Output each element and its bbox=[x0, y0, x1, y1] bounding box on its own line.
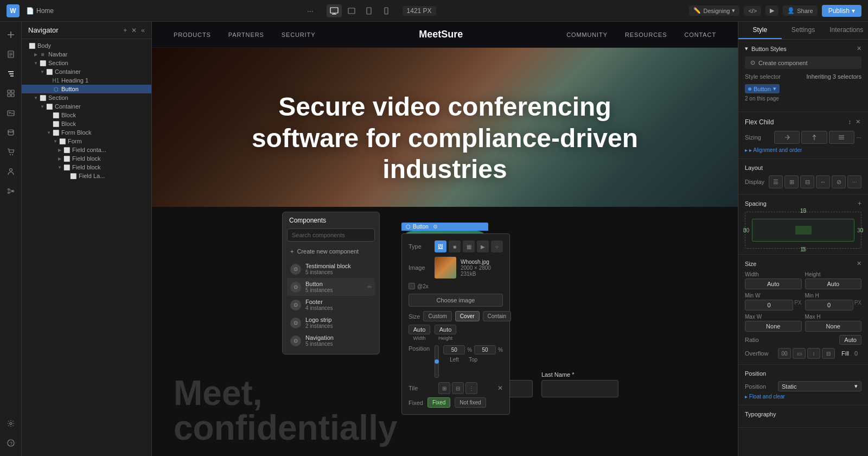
tree-item-fieldlabel[interactable]: ⬜ Field La... bbox=[22, 172, 151, 180]
sizing-more-btn[interactable]: ··· bbox=[857, 134, 861, 141]
close-navigator-btn[interactable]: ✕ bbox=[131, 27, 137, 34]
comp-item-footer[interactable]: ⊙ Footer 4 instances bbox=[287, 296, 375, 314]
collapse-navigator-btn[interactable]: « bbox=[141, 27, 145, 34]
width-field-value[interactable]: Auto bbox=[745, 278, 802, 289]
type-video-btn[interactable]: ▶ bbox=[477, 240, 489, 252]
float-clear-link[interactable]: ▸ Float and clear bbox=[745, 394, 861, 400]
more-options-btn[interactable]: ··· bbox=[307, 7, 314, 15]
sizing-order-btn[interactable] bbox=[829, 131, 854, 144]
ratio-value[interactable]: Auto bbox=[839, 335, 861, 345]
display-none-btn[interactable]: ⊘ bbox=[832, 175, 846, 188]
create-component-btn[interactable]: + Create new component bbox=[287, 246, 375, 257]
fc-collapse-btn[interactable]: ↕ bbox=[847, 117, 853, 126]
display-block-btn[interactable]: ☰ bbox=[769, 175, 783, 188]
not-fixed-btn[interactable]: Not fixed bbox=[455, 397, 486, 408]
tablet-landscape-view-btn[interactable] bbox=[344, 4, 359, 17]
padding-top-value[interactable]: 15 bbox=[800, 208, 806, 214]
settings-btn[interactable] bbox=[2, 415, 20, 432]
size-cover-btn[interactable]: Cover bbox=[455, 311, 480, 321]
type-image-btn[interactable]: 🖼 bbox=[435, 240, 446, 252]
sizing-grow-btn[interactable] bbox=[774, 131, 800, 144]
tab-style[interactable]: Style bbox=[738, 22, 782, 39]
close-styles-btn[interactable]: ✕ bbox=[857, 45, 861, 52]
tile-close-btn[interactable]: ✕ bbox=[497, 384, 503, 392]
ecommerce-btn[interactable] bbox=[2, 143, 20, 161]
logic-btn[interactable] bbox=[2, 182, 20, 200]
tree-item-fieldblock1[interactable]: ▶ ⬜ Field block bbox=[22, 154, 151, 163]
comp-item-navigation[interactable]: ⊙ Navigation 5 instances bbox=[287, 332, 375, 350]
overflow-auto-btn[interactable]: ⊟ bbox=[822, 348, 835, 359]
desktop-view-btn[interactable] bbox=[327, 4, 342, 17]
choose-image-btn[interactable]: Choose image bbox=[409, 294, 503, 307]
tree-item-block2[interactable]: ⬜ Block bbox=[22, 119, 151, 128]
tree-item-navbar[interactable]: ▶ ≡ Navbar bbox=[22, 50, 151, 59]
nav-partners[interactable]: PARTNERS bbox=[228, 31, 264, 38]
tree-item-formblock[interactable]: ▼ ⬜ Form Block bbox=[22, 128, 151, 137]
alignment-order-link[interactable]: ▸ ▸ Alignment and order bbox=[745, 147, 861, 153]
publish-btn[interactable]: Publish ▾ bbox=[822, 5, 861, 17]
type-gradient-btn[interactable]: ▦ bbox=[463, 240, 475, 252]
navigator-btn[interactable] bbox=[2, 65, 20, 83]
tree-item-heading1[interactable]: H1 Heading 1 bbox=[22, 76, 151, 85]
min-w-value[interactable]: 0 bbox=[745, 300, 793, 311]
tab-interactions[interactable]: Interactions bbox=[825, 22, 868, 39]
tile-more-btn[interactable]: ⋮ bbox=[465, 382, 477, 394]
retina-checkbox[interactable] bbox=[409, 283, 415, 289]
pos-y-input[interactable]: 50 bbox=[474, 345, 496, 354]
style-pill[interactable]: Button ▾ bbox=[745, 84, 780, 93]
size-custom-btn[interactable]: Custom bbox=[423, 311, 451, 321]
display-flex-btn[interactable]: ⊞ bbox=[784, 175, 799, 188]
position-dropdown[interactable]: Static ▾ bbox=[778, 381, 861, 391]
canvas-area[interactable]: PRODUCTS PARTNERS SECURITY MeetSure COMM… bbox=[152, 22, 738, 456]
tile-grid-btn[interactable]: ⊞ bbox=[438, 382, 450, 394]
pages-btn[interactable] bbox=[2, 46, 20, 63]
help-btn[interactable]: ? bbox=[2, 434, 20, 452]
size-contain-btn[interactable]: Contain bbox=[483, 311, 511, 321]
overflow-scroll-btn[interactable]: ↕ bbox=[807, 348, 820, 359]
pos-x-input[interactable]: 50 bbox=[443, 345, 465, 354]
users-btn[interactable] bbox=[2, 163, 20, 180]
type-solid-btn[interactable]: ■ bbox=[449, 240, 461, 252]
components-btn[interactable] bbox=[2, 85, 20, 102]
comp-item-testimonial[interactable]: ⊙ Testimonial block 5 instances bbox=[287, 260, 375, 278]
size-close-btn[interactable]: ✕ bbox=[857, 260, 861, 267]
display-inline-btn[interactable]: ↔ bbox=[816, 175, 830, 188]
comp-edit-btn[interactable]: ✏ bbox=[367, 284, 372, 290]
spacing-add-btn[interactable]: + bbox=[858, 200, 861, 207]
lastname-input[interactable] bbox=[541, 380, 618, 397]
create-component-btn-panel[interactable]: ⊙ Create component bbox=[745, 56, 861, 69]
code-view-btn[interactable]: </> bbox=[744, 6, 761, 16]
designing-mode-btn[interactable]: ✏️ Designing ▾ bbox=[689, 5, 739, 16]
tablet-portrait-view-btn[interactable] bbox=[361, 4, 376, 17]
tree-item-fieldblock2[interactable]: ▼ ⬜ Field block bbox=[22, 163, 151, 172]
webflow-logo[interactable]: W bbox=[7, 4, 20, 17]
padding-right-value[interactable]: 30 bbox=[857, 227, 863, 233]
min-h-value[interactable]: 0 bbox=[805, 300, 853, 311]
cms-btn[interactable] bbox=[2, 124, 20, 141]
tree-item-container2[interactable]: ▼ ⬜ Container bbox=[22, 102, 151, 111]
display-grid-btn[interactable]: ⊟ bbox=[800, 175, 814, 188]
assets-btn[interactable] bbox=[2, 104, 20, 122]
share-btn[interactable]: 👤 Share bbox=[783, 5, 817, 16]
tree-item-form[interactable]: ▼ ⬜ Form bbox=[22, 137, 151, 145]
home-nav[interactable]: 📄 Home bbox=[26, 7, 54, 15]
tree-item-section1[interactable]: ▼ ⬜ Section bbox=[22, 59, 151, 67]
component-search-input[interactable] bbox=[287, 229, 375, 242]
add-element-btn[interactable] bbox=[2, 26, 20, 43]
sizing-shrink-btn[interactable] bbox=[801, 131, 827, 144]
nav-resources[interactable]: RESOURCES bbox=[625, 31, 667, 38]
add-element-nav-btn[interactable]: + bbox=[123, 27, 127, 34]
padding-left-value[interactable]: 30 bbox=[743, 227, 749, 233]
nav-security[interactable]: SECURITY bbox=[282, 31, 316, 38]
padding-bottom-value[interactable]: 15 bbox=[800, 246, 806, 252]
tree-item-fieldcontainer[interactable]: ▶ ⬜ Field conta... bbox=[22, 145, 151, 154]
tree-item-button[interactable]: ⬡ Button bbox=[22, 85, 151, 93]
tree-item-container1[interactable]: ▼ ⬜ Container bbox=[22, 67, 151, 76]
tile-h-btn[interactable]: ⊟ bbox=[452, 382, 464, 394]
fc-close-btn[interactable]: ✕ bbox=[854, 117, 861, 126]
overflow-vis-btn[interactable]: 00 bbox=[778, 348, 791, 359]
height-field-value[interactable]: Auto bbox=[805, 278, 862, 289]
tree-item-block1[interactable]: ⬜ Block bbox=[22, 111, 151, 119]
tab-settings[interactable]: Settings bbox=[782, 22, 825, 39]
overflow-hid-btn[interactable]: ▭ bbox=[793, 348, 806, 359]
